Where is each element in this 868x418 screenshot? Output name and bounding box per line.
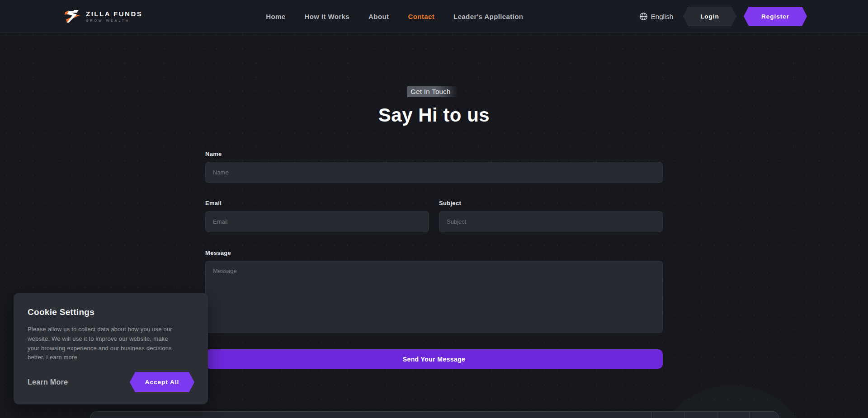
nav-item-about[interactable]: About <box>359 9 398 24</box>
register-button[interactable]: Register <box>744 7 807 26</box>
email-input[interactable] <box>205 211 429 232</box>
message-label: Message <box>205 249 663 256</box>
subject-input[interactable] <box>439 211 663 232</box>
language-label: English <box>651 13 673 20</box>
email-label: Email <box>205 200 429 207</box>
nav-item-contact[interactable]: Contact <box>398 9 444 24</box>
name-input[interactable] <box>205 162 663 183</box>
nav-item-leaders-application[interactable]: Leader's Application <box>444 9 533 24</box>
main-nav: Home How It Works About Contact Leader's… <box>256 9 533 24</box>
accept-all-button[interactable]: Accept All <box>130 372 194 392</box>
subject-field-group: Subject <box>439 200 663 232</box>
next-section-card-edge <box>90 411 778 418</box>
hero-section: Get In Touch Say Hi to us <box>0 33 868 126</box>
login-button[interactable]: Login <box>683 7 736 26</box>
brand-name: ZILLA FUNDS <box>86 10 142 17</box>
email-field-group: Email <box>205 200 429 232</box>
send-message-button[interactable]: Send Your Message <box>205 349 663 369</box>
email-subject-row: Email Subject <box>205 200 663 232</box>
brand-text: ZILLA FUNDS GROW WEALTH <box>86 10 142 22</box>
brand-logo[interactable]: ZILLA FUNDS GROW WEALTH <box>63 9 142 24</box>
zilla-funds-logo-icon <box>63 9 82 24</box>
nav-item-how-it-works[interactable]: How It Works <box>295 9 359 24</box>
header-right-controls: English Login Register <box>639 7 807 26</box>
subject-label: Subject <box>439 200 663 207</box>
section-badge: Get In Touch <box>407 86 460 97</box>
name-field-group: Name <box>205 150 663 183</box>
language-selector[interactable]: English <box>639 12 673 21</box>
cookie-popup-title: Cookie Settings <box>28 307 194 317</box>
cookie-popup-text: Please allow us to collect data about ho… <box>28 325 181 362</box>
message-field-group: Message <box>205 249 663 335</box>
top-navbar: ZILLA FUNDS GROW WEALTH Home How It Work… <box>0 0 868 33</box>
card-column-divider <box>684 412 685 418</box>
message-textarea[interactable] <box>205 261 663 333</box>
card-column-divider <box>749 412 750 418</box>
nav-item-home[interactable]: Home <box>256 9 295 24</box>
cookie-popup-actions: Learn More Accept All <box>28 372 194 392</box>
contact-form: Name Email Subject Message Send Your Mes… <box>205 150 663 369</box>
card-column-divider <box>651 412 652 418</box>
page-title: Say Hi to us <box>0 104 868 126</box>
card-column-divider <box>717 412 717 418</box>
learn-more-link[interactable]: Learn More <box>28 378 68 386</box>
brand-tagline: GROW WEALTH <box>86 19 142 22</box>
cookie-settings-popup: Cookie Settings Please allow us to colle… <box>14 293 208 404</box>
globe-icon <box>639 12 648 21</box>
name-label: Name <box>205 150 663 157</box>
